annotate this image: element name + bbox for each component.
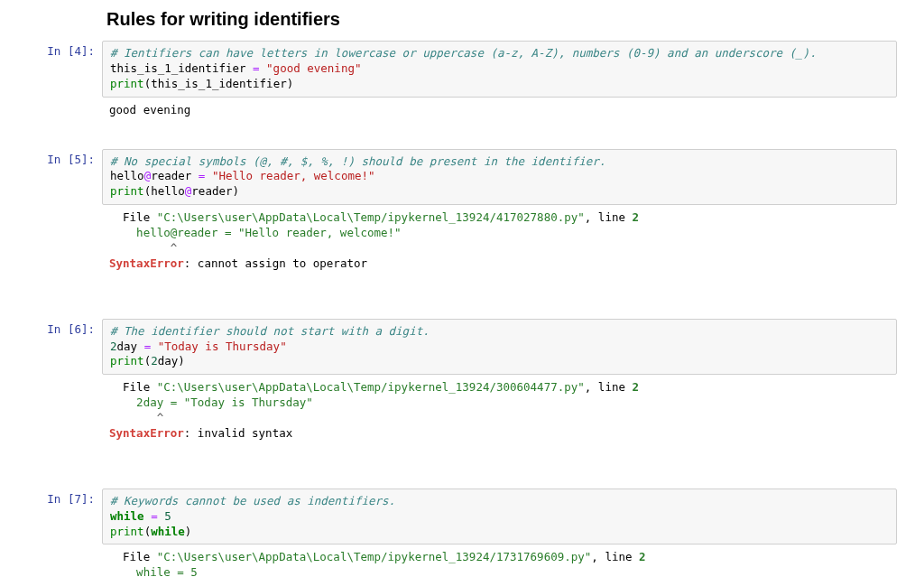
code-input[interactable]: # Keywords cannot be used as indentifier… <box>102 489 897 545</box>
code-token: hello <box>110 169 144 182</box>
output-prompt <box>9 377 102 380</box>
code-token: this_is_1_identifier <box>151 77 287 90</box>
tb-caret: ^ <box>109 241 177 255</box>
code-comment: # The identifier should not start with a… <box>110 324 430 338</box>
tb-file-lead: File <box>109 380 157 394</box>
tb-code-line: while = 5 <box>109 565 198 577</box>
code-token: print <box>110 525 144 538</box>
output-prompt <box>9 546 102 550</box>
tb-file-tail: , line <box>591 550 639 563</box>
code-token: 2 <box>151 354 158 368</box>
output-cell-5: File "C:\Users\user\AppData\Local\Temp/i… <box>9 207 897 284</box>
output-prompt <box>9 99 102 103</box>
code-token: = <box>137 340 158 353</box>
tb-file-path: "C:\Users\user\AppData\Local\Temp/ipyker… <box>157 550 592 563</box>
input-prompt: In [4]: <box>9 41 102 58</box>
tb-file-path: "C:\Users\user\AppData\Local\Temp/ipyker… <box>157 210 585 224</box>
input-prompt: In [7]: <box>9 489 102 506</box>
code-comment: # Ientifiers can have letters in lowerca… <box>110 46 817 60</box>
traceback-output: File "C:\Users\user\AppData\Local\Temp/i… <box>102 377 897 454</box>
tb-error-name: SyntaxError <box>109 426 184 440</box>
code-input[interactable]: # No special symbols (@, #, $, %, !) sho… <box>102 149 897 206</box>
code-token: hello <box>151 184 185 198</box>
tb-caret: ^ <box>109 411 163 424</box>
page-heading: Rules for writing identifiers <box>106 9 897 30</box>
tb-code-line: hello@reader = "Hello reader, welcome!" <box>109 226 402 239</box>
tb-line-number: 2 <box>633 210 640 224</box>
code-token: "good evening" <box>266 61 361 75</box>
code-token: = <box>144 509 165 523</box>
code-token: day <box>158 354 179 368</box>
code-comment: # No special symbols (@, #, $, %, !) sho… <box>110 154 605 168</box>
code-cell-6: In [6]: # The identifier should not star… <box>9 319 897 376</box>
input-prompt: In [6]: <box>9 319 102 336</box>
tb-file-path: "C:\Users\user\AppData\Local\Temp/ipyker… <box>157 380 585 394</box>
code-cell-4: In [4]: # Ientifiers can have letters in… <box>9 41 897 98</box>
tb-file-tail: , line <box>585 380 633 394</box>
tb-code-line: 2day = "Today is Thursday" <box>109 396 313 409</box>
output-prompt <box>9 207 102 210</box>
code-comment: # Keywords cannot be used as indentifier… <box>110 494 395 507</box>
code-token: ) <box>185 525 192 538</box>
traceback-output: File "C:\Users\user\AppData\Local\Temp/i… <box>102 207 897 284</box>
code-token: reader <box>191 184 232 198</box>
code-token: = <box>246 61 267 75</box>
code-token: "Today is Thursday" <box>158 340 287 353</box>
tb-file-lead: File <box>109 550 157 563</box>
code-token: print <box>110 184 144 198</box>
code-token: ) <box>178 354 185 368</box>
code-cell-7: In [7]: # Keywords cannot be used as ind… <box>9 489 897 545</box>
code-input[interactable]: # The identifier should not start with a… <box>102 319 897 376</box>
output-cell-6: File "C:\Users\user\AppData\Local\Temp/i… <box>9 377 897 454</box>
tb-error-name: SyntaxError <box>109 256 184 270</box>
stdout-output: good evening <box>102 99 897 131</box>
tb-error-msg: cannot assign to operator <box>198 256 367 270</box>
output-cell-7: File "C:\Users\user\AppData\Local\Temp/i… <box>9 546 897 577</box>
code-token: "Hello reader, welcome!" <box>212 169 375 182</box>
code-token: = <box>191 169 212 182</box>
code-token: ) <box>233 184 240 198</box>
tb-error-sep: : <box>184 426 198 440</box>
code-token: 2 <box>110 340 117 353</box>
tb-error-sep: : <box>184 256 198 270</box>
tb-line-number: 2 <box>633 380 640 394</box>
tb-error-msg: invalid syntax <box>198 426 292 440</box>
tb-line-number: 2 <box>639 550 646 563</box>
code-token: print <box>110 354 144 368</box>
output-cell-4: good evening <box>9 99 897 131</box>
tb-file-tail: , line <box>585 210 633 224</box>
traceback-output: File "C:\Users\user\AppData\Local\Temp/i… <box>102 546 897 577</box>
code-token: day <box>117 340 138 353</box>
code-input[interactable]: # Ientifiers can have letters in lowerca… <box>102 41 897 98</box>
input-prompt: In [5]: <box>9 149 102 166</box>
code-token: while <box>151 525 185 538</box>
code-token: ) <box>287 77 294 90</box>
code-cell-5: In [5]: # No special symbols (@, #, $, %… <box>9 149 897 206</box>
code-token: this_is_1_identifier <box>110 61 246 75</box>
code-token: reader <box>151 169 191 182</box>
code-token: 5 <box>164 509 171 523</box>
code-token: while <box>110 509 144 523</box>
tb-file-lead: File <box>109 210 157 224</box>
code-token: print <box>110 77 144 90</box>
